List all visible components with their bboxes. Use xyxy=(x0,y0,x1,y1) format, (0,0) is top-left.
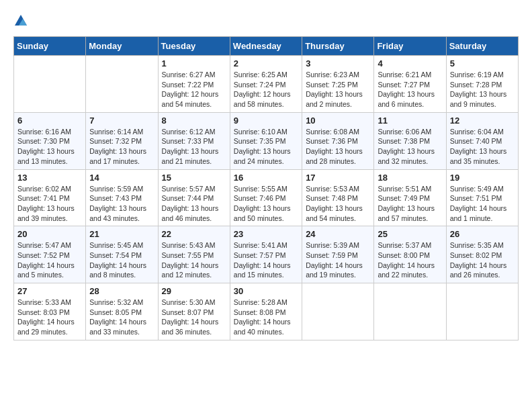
day-number: 15 xyxy=(162,173,226,183)
day-info: Sunrise: 6:10 AM Sunset: 7:35 PM Dayligh… xyxy=(234,127,298,167)
day-cell: 1Sunrise: 6:27 AM Sunset: 7:22 PM Daylig… xyxy=(158,56,230,113)
day-cell: 14Sunrise: 5:59 AM Sunset: 7:43 PM Dayli… xyxy=(86,169,158,226)
weekday-header-wednesday: Wednesday xyxy=(230,37,302,56)
day-cell: 17Sunrise: 5:53 AM Sunset: 7:48 PM Dayli… xyxy=(302,169,374,226)
day-cell: 30Sunrise: 5:28 AM Sunset: 8:08 PM Dayli… xyxy=(230,283,302,340)
day-info: Sunrise: 5:35 AM Sunset: 8:02 PM Dayligh… xyxy=(450,240,515,280)
day-info: Sunrise: 5:45 AM Sunset: 7:54 PM Dayligh… xyxy=(89,240,154,280)
day-number: 8 xyxy=(162,116,226,126)
day-number: 2 xyxy=(234,58,298,68)
day-cell xyxy=(374,283,446,340)
day-cell: 27Sunrise: 5:33 AM Sunset: 8:03 PM Dayli… xyxy=(14,283,86,340)
day-number: 24 xyxy=(306,229,370,239)
day-info: Sunrise: 6:21 AM Sunset: 7:27 PM Dayligh… xyxy=(378,70,442,109)
day-cell xyxy=(446,283,518,340)
day-number: 1 xyxy=(162,58,226,68)
day-info: Sunrise: 5:59 AM Sunset: 7:43 PM Dayligh… xyxy=(89,184,154,224)
day-info: Sunrise: 5:53 AM Sunset: 7:48 PM Dayligh… xyxy=(306,184,370,224)
logo-icon xyxy=(13,13,28,28)
day-info: Sunrise: 6:12 AM Sunset: 7:33 PM Dayligh… xyxy=(162,127,226,167)
week-row-3: 13Sunrise: 6:02 AM Sunset: 7:41 PM Dayli… xyxy=(14,169,519,226)
day-info: Sunrise: 6:23 AM Sunset: 7:25 PM Dayligh… xyxy=(306,70,370,109)
day-cell: 22Sunrise: 5:43 AM Sunset: 7:55 PM Dayli… xyxy=(158,226,230,283)
day-cell: 4Sunrise: 6:21 AM Sunset: 7:27 PM Daylig… xyxy=(374,56,446,113)
day-number: 6 xyxy=(17,116,82,126)
day-info: Sunrise: 5:39 AM Sunset: 7:59 PM Dayligh… xyxy=(306,240,370,280)
weekday-header-monday: Monday xyxy=(86,37,158,56)
weekday-header-saturday: Saturday xyxy=(446,37,518,56)
day-info: Sunrise: 5:49 AM Sunset: 7:51 PM Dayligh… xyxy=(450,184,515,224)
week-row-1: 1Sunrise: 6:27 AM Sunset: 7:22 PM Daylig… xyxy=(14,56,519,113)
weekday-header-friday: Friday xyxy=(374,37,446,56)
day-cell: 10Sunrise: 6:08 AM Sunset: 7:36 PM Dayli… xyxy=(302,112,374,169)
weekday-header-tuesday: Tuesday xyxy=(158,37,230,56)
day-number: 4 xyxy=(378,58,442,68)
day-cell: 9Sunrise: 6:10 AM Sunset: 7:35 PM Daylig… xyxy=(230,112,302,169)
day-info: Sunrise: 6:06 AM Sunset: 7:38 PM Dayligh… xyxy=(378,127,442,167)
day-cell: 20Sunrise: 5:47 AM Sunset: 7:52 PM Dayli… xyxy=(14,226,86,283)
day-info: Sunrise: 6:08 AM Sunset: 7:36 PM Dayligh… xyxy=(306,127,370,167)
day-cell xyxy=(14,56,86,113)
page-header xyxy=(13,13,519,28)
weekday-header-sunday: Sunday xyxy=(14,37,86,56)
day-number: 5 xyxy=(450,58,515,68)
day-number: 10 xyxy=(306,116,370,126)
day-info: Sunrise: 6:19 AM Sunset: 7:28 PM Dayligh… xyxy=(450,70,515,109)
day-cell: 7Sunrise: 6:14 AM Sunset: 7:32 PM Daylig… xyxy=(86,112,158,169)
day-cell: 24Sunrise: 5:39 AM Sunset: 7:59 PM Dayli… xyxy=(302,226,374,283)
day-info: Sunrise: 5:51 AM Sunset: 7:49 PM Dayligh… xyxy=(378,184,442,224)
day-number: 27 xyxy=(17,286,82,296)
day-cell: 8Sunrise: 6:12 AM Sunset: 7:33 PM Daylig… xyxy=(158,112,230,169)
day-number: 21 xyxy=(89,229,154,239)
day-number: 12 xyxy=(450,116,515,126)
week-row-2: 6Sunrise: 6:16 AM Sunset: 7:30 PM Daylig… xyxy=(14,112,519,169)
day-cell: 15Sunrise: 5:57 AM Sunset: 7:44 PM Dayli… xyxy=(158,169,230,226)
day-cell: 19Sunrise: 5:49 AM Sunset: 7:51 PM Dayli… xyxy=(446,169,518,226)
day-cell: 2Sunrise: 6:25 AM Sunset: 7:24 PM Daylig… xyxy=(230,56,302,113)
day-number: 9 xyxy=(234,116,298,126)
day-cell: 12Sunrise: 6:04 AM Sunset: 7:40 PM Dayli… xyxy=(446,112,518,169)
day-cell: 29Sunrise: 5:30 AM Sunset: 8:07 PM Dayli… xyxy=(158,283,230,340)
day-cell: 23Sunrise: 5:41 AM Sunset: 7:57 PM Dayli… xyxy=(230,226,302,283)
day-number: 14 xyxy=(89,173,154,183)
day-cell: 16Sunrise: 5:55 AM Sunset: 7:46 PM Dayli… xyxy=(230,169,302,226)
day-info: Sunrise: 6:27 AM Sunset: 7:22 PM Dayligh… xyxy=(162,70,226,109)
day-number: 28 xyxy=(89,286,154,296)
day-cell: 18Sunrise: 5:51 AM Sunset: 7:49 PM Dayli… xyxy=(374,169,446,226)
day-cell: 6Sunrise: 6:16 AM Sunset: 7:30 PM Daylig… xyxy=(14,112,86,169)
day-number: 7 xyxy=(89,116,154,126)
day-number: 16 xyxy=(234,173,298,183)
day-info: Sunrise: 5:41 AM Sunset: 7:57 PM Dayligh… xyxy=(234,240,298,280)
day-number: 25 xyxy=(378,229,442,239)
week-row-5: 27Sunrise: 5:33 AM Sunset: 8:03 PM Dayli… xyxy=(14,283,519,340)
day-cell: 26Sunrise: 5:35 AM Sunset: 8:02 PM Dayli… xyxy=(446,226,518,283)
day-info: Sunrise: 6:25 AM Sunset: 7:24 PM Dayligh… xyxy=(234,70,298,109)
day-number: 30 xyxy=(234,286,298,296)
day-number: 22 xyxy=(162,229,226,239)
day-number: 17 xyxy=(306,173,370,183)
day-info: Sunrise: 6:04 AM Sunset: 7:40 PM Dayligh… xyxy=(450,127,515,167)
week-row-4: 20Sunrise: 5:47 AM Sunset: 7:52 PM Dayli… xyxy=(14,226,519,283)
day-cell: 5Sunrise: 6:19 AM Sunset: 7:28 PM Daylig… xyxy=(446,56,518,113)
day-info: Sunrise: 5:28 AM Sunset: 8:08 PM Dayligh… xyxy=(234,298,298,337)
day-cell xyxy=(86,56,158,113)
weekday-header-row: SundayMondayTuesdayWednesdayThursdayFrid… xyxy=(14,37,519,56)
day-number: 26 xyxy=(450,229,515,239)
day-cell: 11Sunrise: 6:06 AM Sunset: 7:38 PM Dayli… xyxy=(374,112,446,169)
day-number: 23 xyxy=(234,229,298,239)
day-number: 19 xyxy=(450,173,515,183)
day-number: 20 xyxy=(17,229,82,239)
day-info: Sunrise: 6:02 AM Sunset: 7:41 PM Dayligh… xyxy=(17,184,82,224)
day-info: Sunrise: 5:30 AM Sunset: 8:07 PM Dayligh… xyxy=(162,298,226,337)
day-cell: 25Sunrise: 5:37 AM Sunset: 8:00 PM Dayli… xyxy=(374,226,446,283)
day-info: Sunrise: 5:32 AM Sunset: 8:05 PM Dayligh… xyxy=(89,298,154,337)
day-number: 18 xyxy=(378,173,442,183)
day-number: 3 xyxy=(306,58,370,68)
day-info: Sunrise: 6:16 AM Sunset: 7:30 PM Dayligh… xyxy=(17,127,82,167)
day-info: Sunrise: 5:37 AM Sunset: 8:00 PM Dayligh… xyxy=(378,240,442,280)
day-number: 11 xyxy=(378,116,442,126)
day-info: Sunrise: 5:57 AM Sunset: 7:44 PM Dayligh… xyxy=(162,184,226,224)
day-cell: 13Sunrise: 6:02 AM Sunset: 7:41 PM Dayli… xyxy=(14,169,86,226)
day-number: 13 xyxy=(17,173,82,183)
day-info: Sunrise: 5:47 AM Sunset: 7:52 PM Dayligh… xyxy=(17,240,82,280)
